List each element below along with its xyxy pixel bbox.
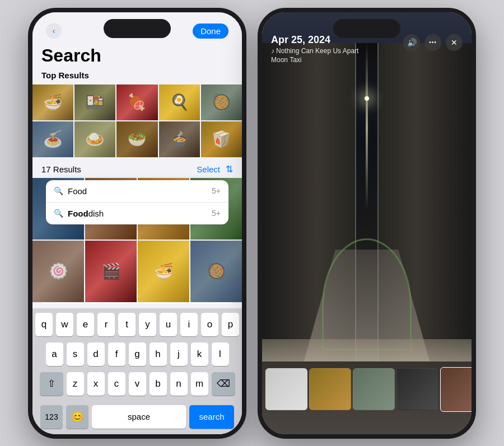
key-a[interactable]: a <box>46 342 63 366</box>
top-photo-grid: 🍜 🍱 🍖 🍳 🥘 🍝 🍛 🥗 🍲 🥡 <box>32 84 242 157</box>
key-q[interactable]: q <box>35 313 53 336</box>
ground <box>262 339 472 362</box>
top-results-label: Top Results <box>32 71 242 84</box>
key-m[interactable]: m <box>191 372 208 396</box>
photo-cell[interactable]: 🍝 <box>32 121 73 157</box>
photo-cell[interactable]: 🥗 <box>116 121 157 157</box>
suggestion-item-food[interactable]: 🔍 Food 5+ <box>46 180 228 203</box>
photo-cell[interactable]: 🍖 <box>116 84 157 120</box>
filmstrip-item[interactable] <box>396 368 438 410</box>
photo-cell[interactable]: 🍛 <box>74 121 115 157</box>
suggestion-count-fooddish: 5+ <box>212 209 221 218</box>
results-header: 17 Results Select ⇅ <box>32 158 242 178</box>
search-key[interactable]: search <box>189 405 234 429</box>
key-u[interactable]: u <box>160 313 177 336</box>
photo-cell[interactable]: 🍲 <box>159 121 200 157</box>
photo-cell[interactable]: 🥡 <box>201 121 242 157</box>
suggestion-normal: dish <box>88 209 104 218</box>
filmstrip-item[interactable] <box>309 368 351 410</box>
photo-cell[interactable]: 🥘 <box>201 84 242 120</box>
space-key[interactable]: space <box>92 405 186 429</box>
suggestion-left: 🔍 Food <box>54 186 87 196</box>
key-y[interactable]: y <box>139 313 156 336</box>
key-k[interactable]: k <box>191 342 208 366</box>
key-f[interactable]: f <box>108 342 125 366</box>
keyboard-row-3: ⇧ z x c v b n m ⌫ <box>35 372 240 396</box>
results-actions: Select ⇅ <box>197 164 233 175</box>
filmstrip-item-active[interactable] <box>440 367 476 412</box>
suggestion-text-fooddish: Fooddish <box>68 209 104 218</box>
left-phone: ‹ Done Search Top Results 🍜 🍱 🍖 🍳 🥘 🍝 🍛 … <box>28 8 246 439</box>
numbers-key[interactable]: 123 <box>40 405 63 429</box>
key-l[interactable]: l <box>212 342 229 366</box>
keyboard[interactable]: q w e r t y u i o p a s d f g h j k <box>32 308 242 434</box>
key-b[interactable]: b <box>150 372 167 396</box>
suggestion-bold: Food <box>68 209 88 218</box>
tunnel-light <box>366 43 368 211</box>
suggestion-dropdown: 🔍 Food 5+ 🔍 Fooddish 5+ <box>46 180 228 224</box>
key-d[interactable]: d <box>87 342 105 366</box>
emoji-key[interactable]: 😊 <box>66 405 88 429</box>
key-w[interactable]: w <box>56 313 73 336</box>
key-c[interactable]: c <box>108 372 125 396</box>
right-phone: 8:59 Apr 25, 2024 ♪ Nothing Can Keep Us … <box>258 8 476 439</box>
key-t[interactable]: t <box>118 313 136 336</box>
key-e[interactable]: e <box>77 313 94 336</box>
keyboard-bottom-row: 123 😊 space search <box>35 402 240 434</box>
suggestion-count-food: 5+ <box>212 186 221 195</box>
key-h[interactable]: h <box>150 342 167 366</box>
key-v[interactable]: v <box>129 372 146 396</box>
done-button[interactable]: Done <box>193 24 228 39</box>
photo-cell[interactable]: 🎬 <box>85 241 137 302</box>
suggestion-text-food: Food <box>68 186 87 196</box>
key-o[interactable]: o <box>201 313 218 336</box>
dynamic-island-right <box>333 19 400 38</box>
photo-cell[interactable]: 🍜 <box>32 84 73 120</box>
keyboard-row-1: q w e r t y u i o p <box>35 313 240 336</box>
select-button[interactable]: Select <box>197 165 220 174</box>
filmstrip-item[interactable] <box>265 368 307 410</box>
sort-icon[interactable]: ⇅ <box>226 164 233 175</box>
search-icon: 🔍 <box>54 186 63 195</box>
light-bulb <box>365 96 369 101</box>
dynamic-island-left <box>104 19 171 38</box>
left-screen: ‹ Done Search Top Results 🍜 🍱 🍖 🍳 🥘 🍝 🍛 … <box>32 12 242 434</box>
right-screen: 8:59 Apr 25, 2024 ♪ Nothing Can Keep Us … <box>262 12 472 434</box>
suggestion-left: 🔍 Fooddish <box>54 209 104 218</box>
search-title: Search <box>32 43 242 71</box>
photo-cell[interactable]: 🍳 <box>159 84 200 120</box>
key-j[interactable]: j <box>170 342 188 366</box>
photo-cell[interactable]: 🍱 <box>74 84 115 120</box>
key-z[interactable]: z <box>67 372 84 396</box>
key-p[interactable]: p <box>222 313 239 336</box>
key-x[interactable]: x <box>87 372 105 396</box>
filmstrip-item[interactable] <box>353 368 395 410</box>
photo-cell[interactable]: 🥘 <box>190 241 242 302</box>
key-g[interactable]: g <box>129 342 146 366</box>
shift-key[interactable]: ⇧ <box>40 372 63 396</box>
photo-grid-section: 🍣 🍤 🥩 🍚 🍥 🎬 🍜 🥘 🔍 Food 5+ <box>32 178 242 278</box>
key-s[interactable]: s <box>67 342 84 366</box>
results-count: 17 Results <box>41 165 81 174</box>
suggestion-item-fooddish[interactable]: 🔍 Fooddish 5+ <box>46 203 228 224</box>
key-r[interactable]: r <box>97 313 115 336</box>
filmstrip: 文字 日本語 <box>262 362 472 417</box>
key-i[interactable]: i <box>180 313 198 336</box>
keyboard-row-2: a s d f g h j k l <box>35 342 240 366</box>
delete-key[interactable]: ⌫ <box>212 372 235 396</box>
photo-cell[interactable]: 🍜 <box>138 241 189 302</box>
photo-cell[interactable]: 🍥 <box>32 241 84 302</box>
search-icon: 🔍 <box>54 209 63 218</box>
back-button[interactable]: ‹ <box>46 23 62 39</box>
key-n[interactable]: n <box>170 372 188 396</box>
